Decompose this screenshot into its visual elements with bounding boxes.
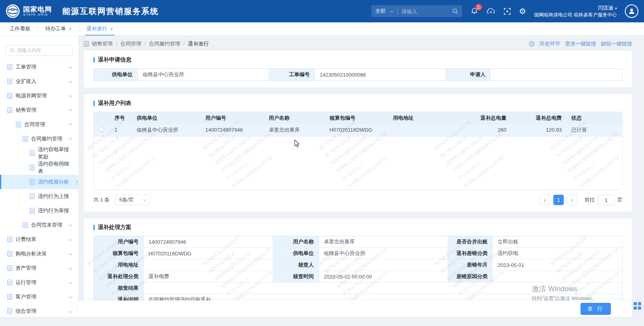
sidebar-item-clue-analysis[interactable]: 违约线索分析	[0, 175, 78, 189]
refund-user-table: 序号 供电单位 用户编号 用户名称 核算包编号 用电地址 退补总电量 退补总电费…	[94, 112, 622, 136]
package-no-value: H07020116DWDG	[144, 248, 273, 259]
publish-button[interactable]: 发 行	[581, 303, 611, 315]
chevron-down-icon	[69, 251, 73, 255]
tab-dashboard[interactable]: 工作看板	[3, 22, 37, 35]
document-icon	[30, 179, 35, 185]
tab-todo-orders[interactable]: 待办工单 ×	[39, 22, 78, 35]
global-search-input[interactable]	[402, 8, 452, 14]
supply-unit-value: 临猗县中心营业所	[138, 69, 269, 81]
inspect-result-value	[144, 283, 622, 294]
person-icon	[628, 7, 636, 15]
search-scope-value: 全部	[375, 8, 386, 15]
org-name: 国网临猗供电公司 临猗县客户服务中心	[534, 12, 617, 18]
divider	[38, 26, 38, 32]
error-category-value: 违约窃电	[493, 248, 622, 259]
section-title: 退补用户列表	[98, 100, 131, 107]
sidebar-item-grid-connection[interactable]: 电源并网管理	[0, 89, 78, 103]
breadcrumb-item[interactable]: 销售管理	[92, 40, 113, 47]
col-header: 序号	[110, 112, 132, 124]
caret-down-icon: ▾	[615, 6, 617, 10]
document-icon	[7, 237, 12, 242]
col-header: 供电单位	[132, 112, 200, 124]
field-label: 工单编号	[269, 69, 315, 81]
field-label: 退补处理分类	[94, 271, 144, 283]
sidebar-item-work-order[interactable]: 工单管理	[0, 60, 78, 74]
avatar[interactable]	[625, 4, 638, 18]
breadcrumb-current: 退补发行	[180, 40, 209, 47]
prev-page-button[interactable]: ‹	[540, 195, 550, 205]
chevron-down-icon	[69, 93, 73, 97]
pagination: 共 1 条 5条/页 ‹ 1 › 前往 页	[93, 195, 622, 205]
document-icon	[7, 79, 12, 84]
document-icon	[23, 136, 28, 142]
chevron-down-icon	[69, 237, 73, 241]
sidebar-item-asset-mgmt[interactable]: 资产管理	[0, 261, 78, 275]
chevron-down-icon	[69, 79, 73, 83]
sidebar-search-input[interactable]	[17, 47, 69, 53]
next-page-button[interactable]: ›	[567, 195, 577, 205]
process-category-value: 退补电费	[144, 271, 273, 283]
field-label: 差错年月	[448, 259, 493, 271]
sidebar-collapse-handle[interactable]	[75, 180, 78, 183]
goto-page-input[interactable]	[598, 195, 614, 205]
breadcrumb-item[interactable]: 合同履约管理	[141, 40, 180, 47]
chevron-down-icon	[69, 309, 73, 313]
cell-fee: 120.93	[511, 124, 567, 136]
defect-report-link[interactable]: 缺陷一键提报	[601, 40, 632, 47]
sidebar-item-theft-detail-table[interactable]: 违约窃电明细表	[0, 160, 78, 175]
cell-user-name: 卓里北街果库	[264, 124, 325, 136]
settings-button[interactable]: ⚙	[519, 7, 526, 15]
document-icon	[30, 165, 35, 170]
sidebar-item-comprehensive-mgmt[interactable]: 综合管理	[0, 304, 78, 317]
close-icon[interactable]: ×	[110, 26, 113, 32]
col-header: 退补总电量	[464, 112, 511, 124]
notifications-button[interactable]: 1	[470, 7, 478, 15]
floating-grid-widget[interactable]	[634, 302, 641, 310]
sidebar-item-sales-mgmt[interactable]: 销售管理	[0, 103, 78, 117]
document-icon	[7, 64, 12, 70]
sidebar-item-contract-template[interactable]: 合同范本管理	[0, 218, 78, 232]
error-month-value: 2023-05-01	[493, 259, 622, 271]
page-unit-label: 页	[617, 196, 622, 204]
user-menu[interactable]: 闫匡迪 ▾ 国网临猗供电公司 临猗县客户服务中心	[534, 4, 617, 18]
table-row[interactable]: 1 临猗县中心营业所 1400724907946 卓里北街果库 H0702011…	[94, 124, 622, 136]
user-no-value: 1400724907946	[144, 236, 273, 248]
page-size-select[interactable]: 5条/页	[115, 195, 150, 205]
user-name: 闫匡迪	[598, 5, 614, 11]
document-icon	[7, 265, 12, 271]
breadcrumb-item[interactable]: 合同管理	[113, 40, 141, 47]
sidebar-item-purchase-analysis[interactable]: 购电分析决策	[0, 247, 78, 261]
sidebar-item-violation-report[interactable]: 违约行为上报	[0, 189, 78, 204]
field-label: 是否合并出账	[448, 236, 493, 248]
cell-status: 已计算	[567, 124, 622, 136]
demand-report-link[interactable]: 需求一键提报	[565, 40, 596, 47]
page-1-button[interactable]: 1	[553, 195, 564, 205]
row-radio[interactable]	[99, 126, 104, 132]
fullscreen-button[interactable]	[503, 8, 511, 15]
cell-user-no: 1400724907946	[200, 124, 264, 136]
cloud-sync-button[interactable]	[486, 7, 495, 15]
chevron-down-icon	[143, 198, 147, 202]
sidebar-item-operation-mgmt[interactable]: 运行管理	[0, 275, 78, 290]
sidebar-item-customer-mgmt[interactable]: 客户管理	[0, 290, 78, 304]
merge-billing-value: 立即出账	[493, 236, 622, 248]
close-icon[interactable]: ×	[69, 26, 72, 32]
sidebar-item-contract-mgmt[interactable]: 合同管理	[0, 117, 78, 132]
cell-package-no: H07020116DWDG	[325, 124, 388, 136]
section-title: 退补申请信息	[98, 56, 131, 63]
sidebar-item-violation-tipoff[interactable]: 违约行为举报	[0, 204, 78, 218]
search-scope-select[interactable]: 全部	[375, 8, 393, 15]
sidebar-item-theft-report-reward[interactable]: 违约窃电举报奖励	[0, 146, 78, 160]
col-header: 用户名称	[264, 112, 325, 124]
divider	[397, 8, 398, 14]
sidebar-item-billing[interactable]: 计费结算	[0, 232, 78, 247]
col-header: 用电地址	[388, 112, 464, 124]
search-icon[interactable]	[452, 8, 458, 14]
sidebar-item-business-expansion[interactable]: 业扩接入	[0, 74, 78, 89]
sidebar-item-contract-performance[interactable]: 合同履约管理	[0, 132, 78, 146]
error-reason-value	[493, 271, 622, 283]
tab-refund-issue[interactable]: 退补发行 ×	[80, 22, 120, 35]
total-count: 共 1 条	[93, 196, 109, 204]
history-steps-link[interactable]: 历史环节	[539, 40, 560, 47]
col-header: 退补总电费	[511, 112, 567, 124]
